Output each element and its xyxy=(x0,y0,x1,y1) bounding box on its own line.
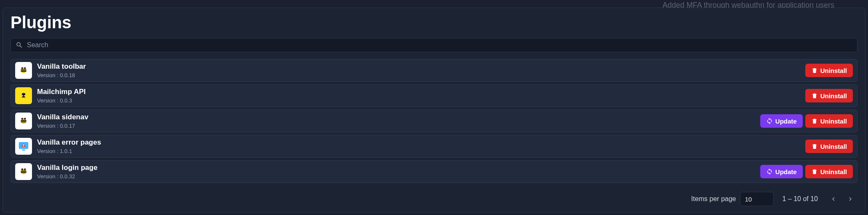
plugin-version: Version : 0.0.3 xyxy=(37,97,805,104)
plugin-version: Version : 0.0.18 xyxy=(37,72,805,78)
plugin-name: Vanilla sidenav xyxy=(37,113,760,121)
bee-icon xyxy=(18,166,29,177)
trash-icon xyxy=(811,143,818,150)
uninstall-label: Uninstall xyxy=(820,168,847,175)
update-label: Update xyxy=(775,168,797,175)
trash-icon xyxy=(811,118,818,124)
items-per-page-wrap: Items per page xyxy=(691,192,774,206)
plugin-icon xyxy=(15,62,32,79)
bee-icon xyxy=(18,65,29,76)
uninstall-label: Uninstall xyxy=(820,118,847,125)
bee-icon xyxy=(18,116,29,126)
svg-rect-2 xyxy=(21,71,27,72)
svg-rect-13 xyxy=(23,144,24,146)
update-label: Update xyxy=(775,118,797,125)
plugin-version: Version : 0.0.17 xyxy=(37,123,760,129)
plugin-info: Vanilla error pages Version : 1.0.1 xyxy=(37,138,805,154)
update-button[interactable]: Update xyxy=(760,165,803,178)
chevron-left-icon xyxy=(830,195,837,203)
chevron-right-icon xyxy=(847,195,854,203)
svg-rect-17 xyxy=(21,172,27,173)
svg-rect-16 xyxy=(21,171,27,172)
plugin-version: Version : 1.0.1 xyxy=(37,148,805,154)
pagination-nav xyxy=(826,192,857,206)
refresh-icon xyxy=(766,118,773,124)
plugin-name: Mailchimp API xyxy=(37,88,805,96)
plugin-actions: Uninstall xyxy=(805,140,853,153)
trash-icon xyxy=(811,168,818,175)
svg-point-19 xyxy=(24,168,26,170)
plugin-info: Vanilla login page Version : 0.0.32 xyxy=(37,164,760,179)
plugin-actions: Update Uninstall xyxy=(760,114,853,128)
search-wrap xyxy=(11,38,857,52)
plugin-actions: Update Uninstall xyxy=(760,165,853,178)
plugin-icon xyxy=(15,163,32,180)
items-per-page-input[interactable] xyxy=(740,192,774,206)
refresh-icon xyxy=(766,168,773,175)
trash-icon xyxy=(811,92,818,99)
search-input[interactable] xyxy=(11,38,857,52)
plugin-info: Vanilla sidenav Version : 0.0.17 xyxy=(37,113,760,129)
plugin-actions: Uninstall xyxy=(805,89,853,102)
plugin-info: Vanilla toolbar Version : 0.0.18 xyxy=(37,62,805,78)
next-page-button[interactable] xyxy=(843,192,857,206)
plugin-name: Vanilla toolbar xyxy=(37,62,805,71)
search-icon xyxy=(16,41,23,49)
page-title: Plugins xyxy=(11,13,857,32)
svg-rect-12 xyxy=(22,150,25,151)
uninstall-button[interactable]: Uninstall xyxy=(805,89,853,102)
plugin-name: Vanilla login page xyxy=(37,164,760,172)
list-item[interactable]: Mailchimp API Version : 0.0.3 Uninstall xyxy=(11,84,857,107)
list-item[interactable]: Vanilla sidenav Version : 0.0.17 Update … xyxy=(11,110,857,132)
uninstall-label: Uninstall xyxy=(820,143,847,150)
uninstall-button[interactable]: Uninstall xyxy=(805,114,853,128)
prev-page-button[interactable] xyxy=(826,192,841,206)
trash-icon xyxy=(811,67,818,74)
svg-point-10 xyxy=(24,118,26,119)
plugin-version: Version : 0.0.32 xyxy=(37,173,760,180)
items-per-page-label: Items per page xyxy=(691,195,736,203)
plugins-panel: Plugins Vanilla toolbar Version : 0.0.18… xyxy=(3,8,865,212)
error-monitor-icon xyxy=(17,140,30,153)
svg-point-9 xyxy=(21,118,23,119)
plugin-icon xyxy=(15,138,32,155)
pagination-footer: Items per page 1 – 10 of 10 xyxy=(11,192,857,206)
uninstall-label: Uninstall xyxy=(820,92,847,99)
svg-rect-14 xyxy=(23,146,24,147)
pagination-range: 1 – 10 of 10 xyxy=(782,195,818,203)
svg-point-4 xyxy=(24,67,26,69)
list-item[interactable]: Vanilla login page Version : 0.0.32 Upda… xyxy=(11,160,857,183)
svg-rect-1 xyxy=(21,70,27,70)
update-button[interactable]: Update xyxy=(760,114,803,128)
uninstall-button[interactable]: Uninstall xyxy=(805,64,853,77)
plugin-actions: Uninstall xyxy=(805,64,853,77)
uninstall-button[interactable]: Uninstall xyxy=(805,140,853,153)
mailchimp-icon xyxy=(18,90,29,101)
plugin-info: Mailchimp API Version : 0.0.3 xyxy=(37,88,805,103)
uninstall-button[interactable]: Uninstall xyxy=(805,165,853,178)
uninstall-label: Uninstall xyxy=(820,67,847,74)
plugin-icon xyxy=(15,87,32,104)
plugin-icon xyxy=(15,113,32,129)
plugin-name: Vanilla error pages xyxy=(37,138,805,147)
svg-point-3 xyxy=(21,67,23,69)
plugin-list: Vanilla toolbar Version : 0.0.18 Uninsta… xyxy=(11,59,857,184)
svg-rect-8 xyxy=(21,121,27,122)
svg-rect-7 xyxy=(21,120,27,121)
svg-point-18 xyxy=(21,168,23,170)
list-item[interactable]: Vanilla toolbar Version : 0.0.18 Uninsta… xyxy=(11,59,857,82)
list-item[interactable]: Vanilla error pages Version : 1.0.1 Unin… xyxy=(11,135,857,158)
